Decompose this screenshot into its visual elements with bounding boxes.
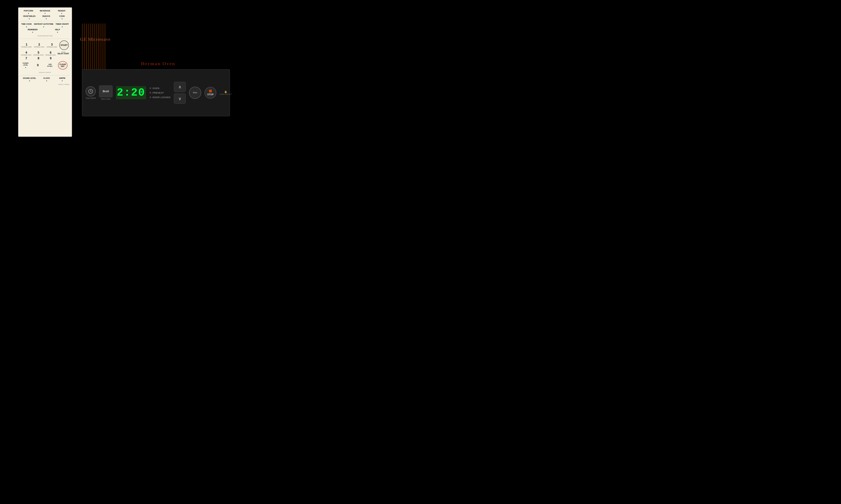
door-locked-indicator-row: DOOR LOCKED [150, 96, 171, 98]
key-2[interactable]: 2 EXPRESS COOK [34, 43, 45, 48]
time-cook-button[interactable]: TIME COOK ▲ [21, 23, 32, 28]
stop-button[interactable]: STOP [205, 87, 216, 98]
scroll-speed-text: SCROLL SPEED [58, 84, 69, 85]
vegetables-button[interactable]: VEGETABLES ▲ [23, 15, 35, 19]
mw-row-1: POPCORN ▲ BEVERAGE ▲ REHEAT ▲ [20, 10, 70, 14]
power-level-button[interactable]: POWERLEVEL ▲ [23, 62, 29, 68]
timer-on-off-button[interactable]: TIMER ON/OFF ▲ [56, 23, 69, 28]
key-5[interactable]: 5 EXPRESS COOK [33, 51, 44, 56]
oven-status-panel: OVEN PREHEAT DOOR LOCKED [150, 87, 171, 98]
vegetables-arrow: ▲ [29, 18, 30, 19]
reminder-button[interactable]: REMINDER ▲ [28, 29, 38, 33]
key-4[interactable]: 4 EXPRESS COOK [21, 51, 32, 56]
key-7[interactable]: 7 [22, 57, 31, 60]
key-9[interactable]: 9 [47, 57, 55, 60]
mw-row-2: VEGETABLES ▲ SNACKS ▲ COOK ▲ [20, 15, 70, 19]
key-1[interactable]: 1 EXPRESS COOK [21, 43, 32, 48]
clock-icon [88, 89, 93, 94]
display-on-off-text: DISPLAY ON/OFF [39, 72, 51, 73]
am-pm-button[interactable]: AM/PM ▲ [57, 77, 67, 82]
oven-vents [82, 23, 105, 71]
clock-arrow: ▲ [46, 79, 48, 82]
add-30sec-button[interactable]: ADD30 SEC. [47, 64, 53, 67]
select-clean-area: Broil Select Clean [99, 86, 113, 100]
key-8[interactable]: 8 [34, 57, 43, 60]
beverage-arrow: ▲ [44, 12, 46, 14]
clock-button[interactable]: CLOCK ▲ [41, 77, 52, 82]
delay-start-button[interactable]: PAUSE DELAY START [57, 52, 69, 55]
svg-line-2 [91, 91, 91, 92]
timer-set-off-area: Timer Set/Off [86, 86, 96, 99]
time-cook-arrow: ▲ [26, 26, 28, 28]
reheat-arrow: ▲ [61, 12, 63, 14]
oven-up-button[interactable]: ∧ [174, 82, 186, 92]
defrost-button[interactable]: DEFROST AUTO/TIME ▲ [34, 23, 53, 28]
start-button[interactable]: START [59, 40, 69, 50]
stop-square-icon [209, 90, 212, 92]
oven-lockout-area: 🔒 OVEN LOCKOUT [220, 90, 232, 95]
help-arrow: ▲ [57, 31, 58, 33]
popcorn-arrow: ▲ [28, 12, 29, 14]
defrost-arrow: ▲ [43, 26, 45, 28]
numpad-row-1: 1 EXPRESS COOK 2 EXPRESS COOK 3 EXPRESS … [20, 40, 70, 50]
oven-panel: Timer Set/Off Broil Select Clean 2:20 OV… [82, 69, 230, 116]
mw-bottom-row: SOUND LEVEL ▲ CLOCK ▲ AM/PM ▲ [20, 77, 70, 82]
key-6[interactable]: 6 EXPRESS COOK [46, 51, 56, 56]
numpad-row-3: 7 8 9 [20, 57, 70, 60]
sound-level-button[interactable]: SOUND LEVEL ▲ [23, 77, 36, 82]
oven-arrow-buttons: ∧ ∨ [174, 82, 186, 104]
am-pm-arrow: ▲ [62, 79, 63, 82]
ge-microwave-label: GE Microwave [80, 37, 110, 42]
beverage-button[interactable]: BEVERAGE ▲ [40, 10, 50, 14]
oven-label: Herman Oven [141, 61, 175, 66]
reheat-button[interactable]: REHEAT ▲ [57, 10, 67, 14]
oven-light [150, 87, 151, 89]
oven-indicator-row: OVEN [150, 87, 171, 90]
key-3[interactable]: 3 EXPRESS COOK [47, 43, 57, 48]
power-level-arrow: ▲ [25, 66, 27, 68]
popcorn-button[interactable]: POPCORN ▲ [23, 10, 33, 14]
microwave-panel: POPCORN ▲ BEVERAGE ▲ REHEAT ▲ VEGETABLES… [18, 7, 72, 137]
snacks-button[interactable]: SNACKS ▲ [41, 15, 51, 19]
cook-arrow: ▲ [61, 18, 63, 19]
lock-icon: 🔒 [224, 90, 227, 93]
preheat-light [150, 92, 151, 94]
timer-set-off-button[interactable] [86, 86, 96, 96]
mw-row-3: TIME COOK ▲ DEFROST AUTO/TIME ▲ TIMER ON… [20, 23, 70, 28]
clear-off-button[interactable]: CLEAR OFF [58, 61, 67, 70]
oven-down-button[interactable]: ∨ [174, 94, 186, 104]
numpad-row-2: 4 EXPRESS COOK 5 EXPRESS COOK 6 EXPRESS … [20, 51, 70, 56]
reminder-arrow: ▲ [32, 31, 33, 33]
sound-level-arrow: ▲ [29, 79, 30, 82]
snacks-arrow: ▲ [46, 18, 47, 19]
cook-button[interactable]: COOK ▲ [57, 15, 67, 19]
timer-arrow: ▲ [62, 26, 63, 28]
numpad-row-4: POWERLEVEL ▲ 0 ADD30 SEC. CLEAR OFF [20, 61, 70, 70]
guide-text: GUIDE BEHIND DOOR [37, 35, 53, 36]
help-button[interactable]: HELP ▲ [52, 29, 63, 33]
mw-row-4: REMINDER ▲ HELP ▲ [20, 29, 70, 33]
door-locked-light [150, 96, 151, 98]
bake-settings-knob[interactable]: Bake [189, 87, 201, 99]
broil-button[interactable]: Broil [99, 86, 113, 97]
preheat-indicator-row: PREHEAT [150, 92, 171, 94]
oven-time-display: 2:20 [116, 86, 146, 100]
key-0[interactable]: 0 [34, 64, 42, 67]
